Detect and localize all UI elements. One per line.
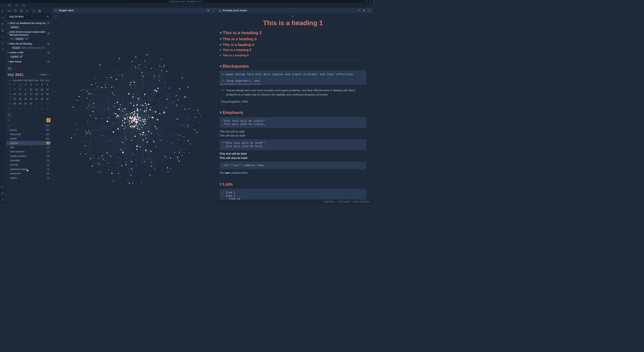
tag-item[interactable]: 2do7 [7,145,51,150]
tag-item[interactable]: decisionmaking3 [7,167,51,171]
tag-item[interactable]: ▸i91 [7,123,51,128]
cal-day[interactable]: 4 [12,107,17,111]
cal-day[interactable]: 2 [39,102,45,106]
copy-icon[interactable] [38,9,41,13]
cal-day[interactable]: 3 [45,102,50,106]
cal-day[interactable]: 9• [23,87,28,92]
cal-day[interactable]: 7 [28,107,34,111]
cal-day[interactable]: 10••• [28,87,34,92]
cal-day[interactable]: 23 [23,97,28,102]
cal-prev-icon[interactable]: ‹ [36,73,37,76]
cal-day[interactable]: 26 [39,97,45,102]
cal-day[interactable]: 9 [39,107,45,111]
tag-item[interactable]: health-problem6 [7,154,51,158]
search-result[interactable]: ▾2021-03-15 Monday1- #praise Said I look… [7,41,51,50]
tag-item[interactable]: opinion8 [7,141,51,145]
daily-note-icon[interactable] [1,23,4,26]
cal-day[interactable]: 7• [12,87,17,92]
search-result[interactable]: ▾Andre Loibl1#praise 🔗 [7,51,51,59]
tag-item[interactable]: tech-problem7 [7,150,51,154]
context-icon[interactable] [26,9,29,13]
fold-icon[interactable]: ▾ [220,30,222,35]
cal-day[interactable]: 8 [34,107,39,111]
tag-item[interactable]: ▸paces42 [7,128,51,132]
cal-week-num[interactable]: 12 [8,92,12,97]
sort-icon[interactable] [32,9,35,13]
cal-day[interactable]: 15•• [17,92,23,97]
code-block[interactable]: **This text will be bold** __This will a… [220,139,367,150]
note-more-icon[interactable]: ⋮ [368,9,371,12]
cal-today-button[interactable]: TODAY [39,73,47,76]
tag-item[interactable]: adorable3 [7,158,51,163]
fold-icon[interactable]: ▾ [220,64,222,69]
nav-back-icon[interactable]: ← [2,4,5,7]
code-block[interactable]: - Item 1 - Item 2 - Item 2a - Item 2b [220,189,367,200]
cal-week-num[interactable]: 14 [8,102,12,106]
tag-sort-icon[interactable] [7,119,10,122]
pane-more-icon[interactable]: ⋮ [212,9,215,12]
cal-day[interactable]: 5• [39,82,45,87]
cal-day[interactable]: 1•••• [17,82,23,87]
fold-icon[interactable]: ▾ [220,110,222,115]
calendar-tab[interactable] [7,67,13,70]
cal-day[interactable]: 12••• [39,87,45,92]
cal-week-num[interactable]: 10 [8,82,12,87]
cal-day[interactable]: 16•• [23,92,28,97]
search-input[interactable] [7,13,51,20]
nav-forward-icon[interactable]: → [6,4,10,7]
graph-canvas[interactable] [53,13,217,203]
cal-day[interactable]: 18 [34,92,39,97]
explain-icon[interactable]: ? [14,9,17,13]
cal-week-num[interactable]: 13 [8,97,12,102]
clear-search-icon[interactable]: ✕ [47,15,49,18]
cal-day[interactable]: 4• [34,82,39,87]
cal-day[interactable]: 8• [17,87,23,92]
template-icon[interactable] [1,29,4,32]
command-icon[interactable] [1,42,4,45]
search-result[interactable]: ▾2021-03-05 Annual review with Michael R… [7,30,51,41]
search-result[interactable]: ▾2021 Liz feedback for Hung-Su1#praise [7,21,51,29]
cal-day[interactable]: 6 [23,107,28,111]
cal-day[interactable]: 10 [45,107,50,111]
graph-icon[interactable] [1,16,4,19]
cal-day[interactable]: 14 [12,92,17,97]
cal-day[interactable]: 28 [12,102,17,106]
code-block[interactable]: *This text will be italic* _This will al… [220,117,367,128]
tags-tab[interactable]: # [7,113,13,117]
cal-day[interactable]: 30 [23,102,28,106]
tag-expand-button[interactable] [46,118,50,122]
cal-day[interactable]: 13•• [45,87,50,92]
tag-item[interactable]: praise14 [7,137,51,141]
note-close-icon[interactable]: ✕ [363,9,365,12]
cal-day[interactable]: 24 [28,97,34,102]
cal-week-num[interactable]: 15 [8,107,12,111]
cal-day[interactable]: 21 [12,97,17,102]
collapse-icon[interactable] [20,9,23,13]
cal-day[interactable]: 19 [39,92,45,97]
cal-day[interactable]: 29 [17,102,23,106]
random-icon[interactable] [1,35,4,38]
fold-icon[interactable]: ▾ [220,37,222,41]
pane-close-icon[interactable]: ✕ [207,9,210,12]
case-icon[interactable]: Aa [8,9,11,13]
cal-week-num[interactable]: 11 [8,87,12,92]
help-icon[interactable]: ? [1,192,4,195]
cal-day[interactable]: 25 [34,97,39,102]
cal-day[interactable]: 22•• [17,97,23,102]
cal-day[interactable]: 28• [12,82,17,87]
code-block[interactable]: _You **can** combine them_ [220,161,367,169]
edit-icon[interactable] [358,9,361,12]
cal-day[interactable]: 27 [45,97,50,102]
code-block[interactable]: > Human beings face ever more complex an… [220,71,367,85]
tag-item[interactable]: Discovery31 [7,132,51,137]
cal-next-icon[interactable]: › [50,73,50,76]
fold-icon[interactable]: ▾ [220,43,222,47]
cal-day[interactable]: 31 [28,102,34,106]
cal-day[interactable]: 1 [34,102,39,106]
fold-icon[interactable]: ▾ [292,15,294,18]
scrollbar[interactable] [220,84,261,85]
cal-day[interactable]: 6• [45,82,50,87]
cal-day[interactable]: 20 [45,92,50,97]
tag-item[interactable]: anime1 [7,176,51,180]
tag-item[interactable]: awesome2 [7,171,51,176]
